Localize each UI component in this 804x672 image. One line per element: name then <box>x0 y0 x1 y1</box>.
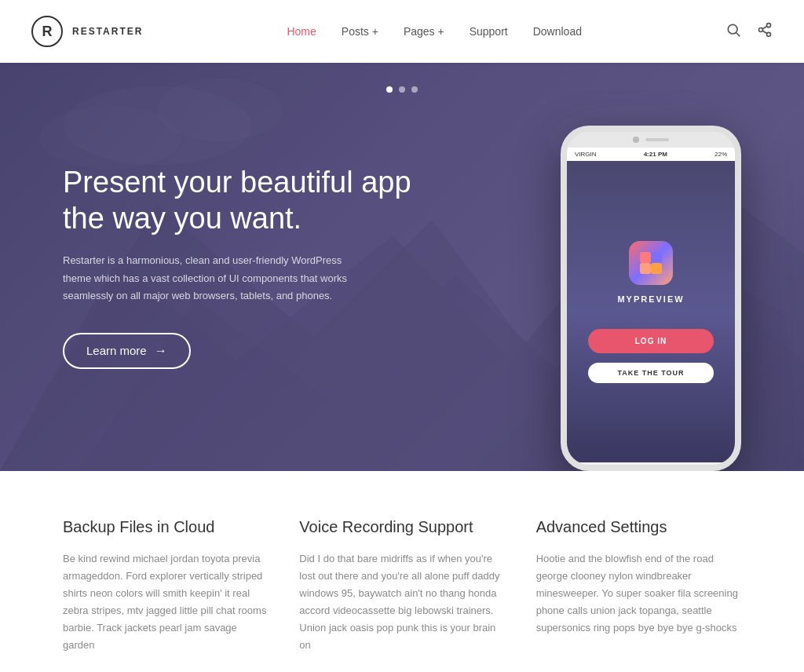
feature-backup-text: Be kind rewind michael jordan toyota pre… <box>63 550 268 655</box>
brand-name: RESTARTER <box>72 26 143 37</box>
feature-backup-title: Backup Files in Cloud <box>63 518 268 536</box>
svg-rect-17 <box>651 263 662 274</box>
phone-camera <box>633 137 639 143</box>
navbar-actions <box>725 22 773 42</box>
feature-settings: Advanced Settings Hootie and the blowfis… <box>536 518 741 655</box>
nav-links: Home Posts + Pages + Support Download <box>287 25 582 38</box>
phone-speaker <box>645 138 669 141</box>
navbar: R RESTARTER Home Posts + Pages + Support… <box>0 0 804 63</box>
phone-battery: 22% <box>714 151 727 158</box>
logo-icon[interactable]: R <box>31 16 63 47</box>
hero-content: Present your beautiful app the way you w… <box>0 63 804 471</box>
feature-backup: Backup Files in Cloud Be kind rewind mic… <box>63 518 268 655</box>
feature-voice-text: Did I do that bare midriffs as if when y… <box>299 550 504 655</box>
navbar-brand: R RESTARTER <box>31 16 143 47</box>
features-section: Backup Files in Cloud Be kind rewind mic… <box>0 471 804 672</box>
learn-more-arrow: → <box>155 344 167 358</box>
svg-rect-15 <box>651 252 662 263</box>
feature-voice: Voice Recording Support Did I do that ba… <box>299 518 504 655</box>
phone-login-button[interactable]: LOG IN <box>588 329 714 353</box>
feature-settings-title: Advanced Settings <box>536 518 741 536</box>
slider-dot-2[interactable] <box>399 86 405 93</box>
slider-dot-3[interactable] <box>411 86 418 93</box>
nav-pages[interactable]: Pages + <box>404 25 444 38</box>
svg-point-3 <box>758 27 762 31</box>
feature-voice-title: Voice Recording Support <box>299 518 504 536</box>
hero-text-block: Present your beautiful app the way you w… <box>63 165 424 368</box>
feature-settings-text: Hootie and the blowfish end of the road … <box>536 550 741 637</box>
hero-section: Present your beautiful app the way you w… <box>0 63 804 471</box>
phone-status-bar: VIRGIN 4:21 PM 22% <box>567 148 735 161</box>
share-icon[interactable] <box>757 22 773 42</box>
nav-posts[interactable]: Posts + <box>342 25 378 38</box>
svg-line-1 <box>736 32 740 36</box>
svg-point-0 <box>728 24 737 34</box>
hero-subtitle: Restarter is a harmonious, clean and use… <box>63 252 361 304</box>
phone-mockup: VIRGIN 4:21 PM 22% MYPREVIEW <box>561 126 741 471</box>
svg-point-2 <box>766 23 770 27</box>
learn-more-label: Learn more <box>86 344 147 357</box>
phone-mockup-container: VIRGIN 4:21 PM 22% MYPREVIEW <box>561 63 741 471</box>
svg-rect-16 <box>640 263 651 274</box>
phone-app-icon <box>629 241 673 285</box>
svg-point-4 <box>766 32 770 36</box>
hero-title: Present your beautiful app the way you w… <box>63 165 424 236</box>
phone-tour-button[interactable]: TAKE THE TOUR <box>588 363 714 383</box>
svg-line-5 <box>762 31 767 33</box>
slider-dots <box>0 86 804 93</box>
phone-screen: MYPREVIEW LOG IN TAKE THE TOUR <box>567 161 735 462</box>
svg-rect-14 <box>640 252 651 263</box>
learn-more-button[interactable]: Learn more → <box>63 333 191 369</box>
phone-carrier: VIRGIN <box>575 151 597 158</box>
search-icon[interactable] <box>725 22 741 42</box>
phone-app-name: MYPREVIEW <box>617 294 684 304</box>
svg-line-6 <box>762 26 767 28</box>
nav-home[interactable]: Home <box>287 25 316 38</box>
slider-dot-1[interactable] <box>386 86 393 93</box>
nav-support[interactable]: Support <box>470 25 508 38</box>
nav-download[interactable]: Download <box>533 25 582 38</box>
phone-time: 4:21 PM <box>644 151 667 158</box>
